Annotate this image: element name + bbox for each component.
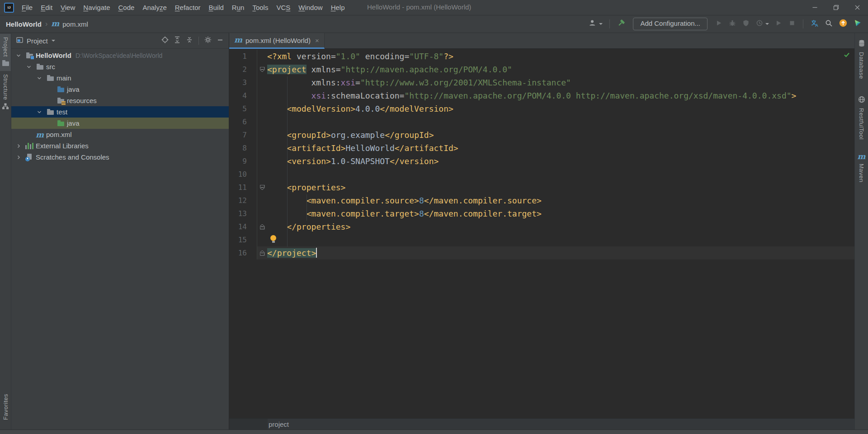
code-text[interactable]: <maven.compiler.target>8</maven.compiler… — [267, 207, 854, 220]
code-text[interactable] — [267, 168, 854, 181]
code-line-11[interactable]: 11 <properties> — [229, 181, 854, 194]
line-number[interactable]: 13 — [229, 207, 257, 220]
chevron-down-icon[interactable] — [35, 75, 43, 81]
code-text[interactable]: <groupId>org.example</groupId> — [267, 128, 854, 142]
close-icon[interactable]: × — [315, 37, 319, 44]
code-text[interactable]: </project> — [267, 246, 854, 259]
menu-help[interactable]: Help — [327, 0, 349, 15]
ide-update-button[interactable] — [837, 17, 849, 31]
restore-button[interactable] — [826, 0, 847, 14]
line-number[interactable]: 7 — [229, 128, 257, 142]
line-number[interactable]: 14 — [229, 220, 257, 233]
menu-build[interactable]: Build — [204, 0, 227, 15]
tool-button-database[interactable]: Database — [855, 39, 868, 79]
code-text[interactable] — [267, 233, 854, 246]
add-configuration-button[interactable]: Add Configuration... — [633, 18, 708, 30]
run-alt-button[interactable] — [773, 18, 784, 30]
line-number[interactable]: 16 — [229, 246, 257, 259]
chevron-down-icon[interactable] — [14, 53, 22, 58]
menu-vcs[interactable]: VCS — [272, 0, 294, 15]
code-text[interactable]: <version>1.0-SNAPSHOT</version> — [267, 155, 854, 168]
intention-bulb-icon[interactable] — [270, 235, 276, 241]
minimize-button[interactable] — [804, 0, 826, 14]
code-line-8[interactable]: 8 <artifactId>HelloWorld</artifactId> — [229, 142, 854, 155]
fold-marker[interactable] — [257, 63, 267, 76]
code-line-9[interactable]: 9 <version>1.0-SNAPSHOT</version> — [229, 155, 854, 168]
run-with-coverage-button[interactable] — [740, 18, 752, 30]
chevron-down-icon[interactable] — [35, 109, 43, 115]
tree-item-resources[interactable]: resources — [11, 95, 229, 106]
tree-item-test[interactable]: test — [11, 106, 229, 118]
debug-button[interactable] — [726, 18, 738, 30]
tool-button-restfultool[interactable]: RestfulTool — [855, 95, 868, 140]
menu-edit[interactable]: Edit — [37, 0, 57, 15]
code-line-12[interactable]: 12 <maven.compiler.source>8</maven.compi… — [229, 194, 854, 207]
inspections-ok-icon[interactable] — [843, 51, 850, 60]
code-text[interactable] — [267, 115, 854, 128]
settings-button[interactable] — [204, 36, 212, 46]
tree-item-external-libraries[interactable]: External Libraries — [11, 140, 229, 151]
code-text[interactable]: </properties> — [267, 220, 854, 233]
run-button[interactable] — [713, 18, 725, 30]
line-number[interactable]: 5 — [229, 102, 257, 115]
breadcrumb-project[interactable]: HelloWorld — [6, 20, 42, 28]
fold-close-icon[interactable] — [260, 250, 265, 256]
code-text[interactable]: xmlns:xsi="http://www.w3.org/2001/XMLSch… — [267, 76, 854, 89]
expand-all-button[interactable] — [173, 36, 181, 46]
code-line-4[interactable]: 4 xsi:schemaLocation="http://maven.apach… — [229, 89, 854, 102]
user-menu[interactable] — [586, 17, 604, 31]
fold-marker[interactable] — [257, 181, 267, 194]
menu-analyze[interactable]: Analyze — [138, 0, 170, 15]
tree-item-java[interactable]: java — [11, 84, 229, 95]
breadcrumb-file[interactable]: pom.xml — [62, 20, 88, 28]
profiler-button[interactable] — [754, 18, 771, 30]
menu-run[interactable]: Run — [228, 0, 249, 15]
code-line-7[interactable]: 7 <groupId>org.example</groupId> — [229, 128, 854, 142]
hide-button[interactable] — [216, 36, 224, 46]
line-number[interactable]: 3 — [229, 76, 257, 89]
code-text[interactable]: <maven.compiler.source>8</maven.compiler… — [267, 194, 854, 207]
tool-button-favorites[interactable]: Favorites — [0, 391, 11, 423]
line-number[interactable]: 6 — [229, 115, 257, 128]
menu-code[interactable]: Code — [114, 0, 139, 15]
code-line-10[interactable]: 10 — [229, 168, 854, 181]
code-text[interactable]: <modelVersion>4.0.0</modelVersion> — [267, 102, 854, 115]
translate-button[interactable]: A — [808, 17, 821, 31]
code-line-1[interactable]: 1<?xml version="1.0" encoding="UTF-8"?> — [229, 50, 854, 63]
fold-marker[interactable] — [257, 220, 267, 233]
menu-file[interactable]: File — [18, 0, 37, 15]
code-line-13[interactable]: 13 <maven.compiler.target>8</maven.compi… — [229, 207, 854, 220]
menu-refactor[interactable]: Refactor — [171, 0, 205, 15]
code-text[interactable]: <artifactId>HelloWorld</artifactId> — [267, 142, 854, 155]
code-line-5[interactable]: 5 <modelVersion>4.0.0</modelVersion> — [229, 102, 854, 115]
fold-close-icon[interactable] — [260, 224, 265, 230]
collapse-all-button[interactable] — [185, 36, 193, 46]
code-line-2[interactable]: 2<project xmlns="http://maven.apache.org… — [229, 63, 854, 76]
tool-button-structure[interactable]: Structure — [0, 71, 11, 115]
locate-button[interactable] — [161, 36, 169, 46]
line-number[interactable]: 10 — [229, 168, 257, 181]
chevron-right-icon[interactable] — [14, 155, 22, 160]
code-line-6[interactable]: 6 — [229, 115, 854, 128]
menu-tools[interactable]: Tools — [248, 0, 272, 15]
fold-marker[interactable] — [257, 246, 267, 259]
tool-button-maven[interactable]: mMaven — [855, 153, 868, 183]
code-text[interactable]: <?xml version="1.0" encoding="UTF-8"?> — [267, 50, 854, 63]
tree-item-helloworld[interactable]: HelloWorldD:\WorkSpace\idea\HelloWorld — [11, 50, 229, 61]
tree-item-pom-xml[interactable]: mpom.xml — [11, 129, 229, 140]
tool-button-project[interactable]: Project — [0, 34, 11, 71]
line-number[interactable]: 2 — [229, 63, 257, 76]
tree-item-java[interactable]: java — [11, 118, 229, 129]
tree-item-src[interactable]: src — [11, 61, 229, 72]
fold-open-icon[interactable] — [260, 185, 265, 190]
code-editor[interactable]: 1<?xml version="1.0" encoding="UTF-8"?>2… — [229, 49, 854, 418]
search-everywhere-button[interactable] — [823, 18, 835, 31]
menu-navigate[interactable]: Navigate — [79, 0, 114, 15]
line-number[interactable]: 15 — [229, 233, 257, 246]
line-number[interactable]: 12 — [229, 194, 257, 207]
chevron-down-icon[interactable] — [25, 64, 33, 70]
project-panel-title[interactable]: Project — [27, 37, 48, 45]
code-line-3[interactable]: 3 xmlns:xsi="http://www.w3.org/2001/XMLS… — [229, 76, 854, 89]
menu-view[interactable]: View — [57, 0, 79, 15]
tree-item-main[interactable]: main — [11, 72, 229, 84]
